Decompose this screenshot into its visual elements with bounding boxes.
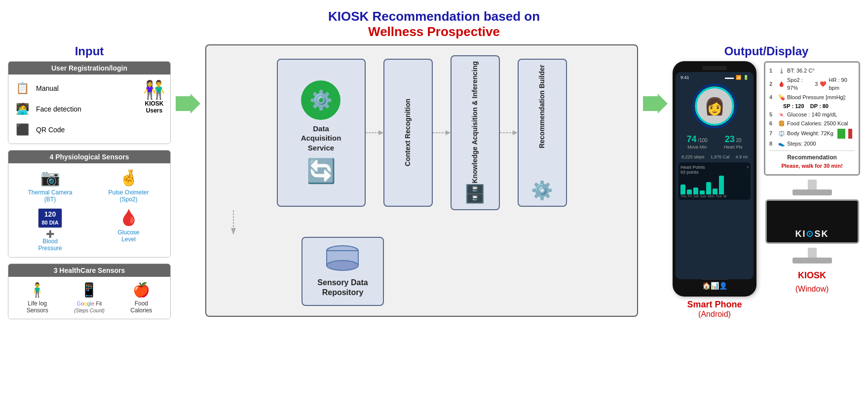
- avatar-emoji: 👩: [704, 96, 725, 116]
- header-title: KIOSK Recommendation based on: [8, 9, 860, 24]
- kiosk-stand-top: [793, 180, 832, 195]
- steps-icon-small: 👟: [778, 140, 785, 148]
- knowledge-db-icon: 🗄️: [464, 184, 486, 204]
- heart-section-arrow: ›: [747, 164, 749, 170]
- glucose-label: GlucoseLevel: [117, 229, 139, 243]
- svg-marker-6: [513, 130, 518, 135]
- output-row: 9:41 ▬▬ 📶 🔋: [673, 61, 860, 319]
- thermal-camera-item: 📷 Thermal Camera(BT): [13, 168, 87, 203]
- chart-bar-wed: [719, 176, 724, 194]
- thermal-camera-label: Thermal Camera(BT): [28, 189, 72, 203]
- smartphone-mockup: 9:41 ▬▬ 📶 🔋: [673, 61, 756, 297]
- knowledge-acquisition-box: Knowledge Acquisition & Inferencing 🗄️: [451, 55, 500, 210]
- qr-code-icon: ⬛: [13, 121, 31, 139]
- kiosk-row-bt: 1 🌡️ BT: 36.2 C°: [769, 67, 855, 75]
- pulse-oximeter-item: 🤞 Pulse Oximeter(Spo2): [92, 168, 165, 203]
- weight-bar-red: [848, 129, 852, 139]
- kiosk-recommendation-section: Recommendation Please, walk for 30 min!: [769, 150, 855, 170]
- cal-stat: 1,876 Cal: [711, 154, 730, 159]
- phone-days-row: Thu Fri Sat Sun Mon Tue W: [680, 194, 749, 198]
- healthcare-body: 🧍‍♂️ Life logSensors 📱 Google Fit (Steps…: [8, 277, 170, 319]
- phone-stat-heart-val: 23 20: [724, 134, 743, 145]
- phone-stats-row: 74 /100 Move Min 23 20: [679, 132, 751, 151]
- kiosk-bp-values: SP : 120 DP : 80: [769, 102, 855, 111]
- activity-icon: 📊: [711, 282, 719, 290]
- chart-bar-mon: [706, 182, 711, 194]
- thermal-camera-icon: 📷: [40, 168, 60, 187]
- kiosk-base: [793, 189, 832, 195]
- bp-icon-small: 💊: [778, 93, 785, 102]
- das-sync-icon: 🔄: [306, 157, 336, 185]
- profile-icon: 👤: [719, 282, 727, 290]
- day-mon: Mon: [708, 194, 715, 198]
- kiosk-neck: [808, 180, 817, 189]
- recommendation-builder-box: Recommendation Builder ⚙️: [518, 59, 567, 207]
- spo2-value: Spo2 : 97%: [787, 76, 811, 92]
- food-calories-item: 🍎 FoodCalories: [117, 282, 165, 314]
- blood-pressure-label: BloodPressure: [38, 238, 62, 252]
- kiosk-logo: KI⊙SK: [795, 228, 829, 239]
- physiological-header: 4 Physiological Sensors: [8, 150, 170, 163]
- phone-avatar-outer: 👩: [692, 84, 737, 128]
- glucose-value: Glucose : 140 mg/dL: [787, 111, 837, 119]
- center-to-right-arrow: [642, 94, 669, 113]
- chart-bar-tue: [713, 188, 717, 194]
- physiological-sensors-box: 4 Physiological Sensors 📷 Thermal Camera…: [8, 150, 171, 258]
- center-panel: ⚙️ DataAcquisitionService 🔄: [205, 44, 638, 317]
- kiosk-row-weight: 7 ⚖️ Body Weight: 72Kg: [769, 129, 855, 139]
- food-calories-label: FoodCalories: [130, 300, 152, 314]
- healthcare-grid: 🧍‍♂️ Life logSensors 📱 Google Fit (Steps…: [13, 282, 165, 314]
- kiosk-black-screen: KI⊙SK: [765, 199, 859, 244]
- healthcare-header: 3 HealthCare Sensors: [8, 264, 170, 277]
- chart-bar-sat: [693, 188, 698, 194]
- manual-label: Manual: [36, 84, 59, 92]
- physiological-body: 📷 Thermal Camera(BT) 🤞 Pulse Oximeter(Sp…: [8, 163, 170, 257]
- weight-icon-small: ⚖️: [778, 129, 785, 138]
- das-label: DataAcquisitionService: [301, 124, 341, 153]
- kiosk-row-steps: 8 👟 Steps: 2000: [769, 140, 855, 148]
- battery-icon: 🔋: [743, 75, 749, 80]
- phone-avatar-ring: 👩: [695, 86, 734, 126]
- input-to-center-arrow: [175, 94, 201, 113]
- phone-avatar-area: 👩: [679, 82, 751, 130]
- recommendation-gear-icon: ⚙️: [531, 180, 553, 201]
- svg-marker-2: [378, 130, 383, 135]
- reg-item-manual: 📋 Manual: [13, 79, 81, 97]
- phone-stat-move: 74 /100 Move Min: [687, 134, 708, 150]
- smartphone-sublabel: (Android): [698, 310, 731, 319]
- smartphone-column: 9:41 ▬▬ 📶 🔋: [673, 61, 756, 319]
- kiosk-sublabel: (Window): [795, 285, 829, 294]
- kiosk-users-icon: 👫: [143, 79, 165, 100]
- main-layout: Input User Registration/login 📋 Manual 🧑…: [8, 44, 860, 325]
- face-detection-label: Face detection: [36, 105, 81, 113]
- input-section-label: Input: [8, 44, 171, 58]
- bp-header: Blood Pressure [mmHg]:: [787, 93, 846, 102]
- blood-pressure-display: 120 80 DIA: [38, 208, 62, 228]
- heart-points-title: Heart Points: [680, 165, 705, 170]
- physiological-grid: 📷 Thermal Camera(BT) 🤞 Pulse Oximeter(Sp…: [13, 168, 165, 252]
- user-reg-body: 📋 Manual 🧑‍💻 Face detection ⬛ QR Code: [8, 75, 170, 144]
- food-value: Food Calories: 2500 Kcal: [787, 119, 848, 128]
- heart-points-val: 93 points: [680, 170, 749, 175]
- phone-stat-heart-label: Heart Pts: [724, 145, 743, 150]
- steps-value: Steps: 2000: [787, 140, 816, 148]
- blood-pressure-item: 120 80 DIA ➕ BloodPressure: [13, 208, 87, 252]
- kiosk-label: KIOSK: [798, 270, 826, 281]
- kiosk-column: 1 🌡️ BT: 36.2 C° 2 🩸 Spo2 : 97% 3 ❤️ HR …: [764, 61, 860, 294]
- das-content: ⚙️ DataAcquisitionService: [301, 80, 341, 153]
- pulse-oximeter-label: Pulse Oximeter(Spo2): [108, 189, 149, 203]
- svg-marker-12: [643, 94, 668, 113]
- food-calories-icon: 🍎: [133, 282, 150, 298]
- bt-icon-small: 🌡️: [778, 67, 785, 75]
- face-detection-icon: 🧑‍💻: [13, 100, 31, 118]
- glucose-icon: 🩸: [119, 208, 139, 227]
- context-recognition-box: Context Recognition: [383, 59, 433, 207]
- steps-stat: 8,225 steps: [681, 154, 705, 159]
- sensory-data-repository-box: Sensory DataRepository: [302, 237, 383, 306]
- glucose-level-item: 🩸 GlucoseLevel: [92, 208, 165, 252]
- user-reg-header: User Registration/login: [8, 62, 170, 75]
- phone-signal-area: ▬▬ 📶 🔋: [725, 75, 749, 80]
- wifi-icon: 📶: [736, 75, 741, 80]
- glucose-icon-small: 🍬: [778, 111, 785, 119]
- kiosk-users-area: 👫 KIOSKUsers: [143, 79, 165, 114]
